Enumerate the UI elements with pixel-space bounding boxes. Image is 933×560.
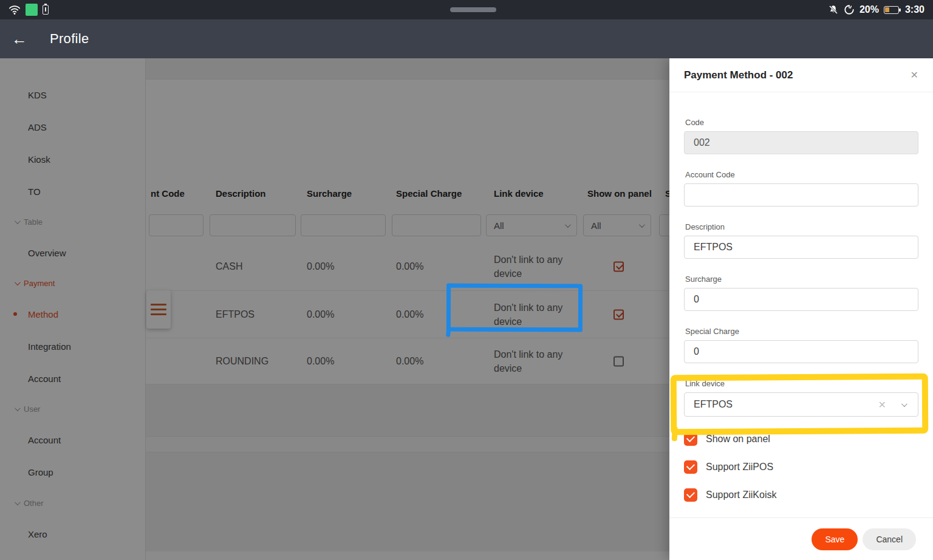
battery-icon bbox=[884, 6, 899, 14]
description-label: Description bbox=[685, 222, 918, 231]
support-ziipos-toggle[interactable]: Support ZiiPOS bbox=[684, 460, 918, 474]
notifications-off-icon bbox=[828, 4, 839, 15]
account-code-label: Account Code bbox=[685, 170, 918, 179]
wifi-icon bbox=[9, 4, 21, 15]
app-screen: 20% 3:30 ← Profile KDS ADS Kiosk TO Tabl… bbox=[0, 0, 933, 560]
description-field: Description bbox=[684, 222, 918, 259]
back-arrow-icon[interactable]: ← bbox=[0, 30, 39, 49]
account-code-input[interactable] bbox=[684, 183, 918, 207]
panel-footer: Save Cancel bbox=[669, 517, 933, 560]
battery-percent: 20% bbox=[860, 4, 879, 15]
app-bar: ← Profile bbox=[0, 19, 933, 58]
annotation-blue-box bbox=[446, 284, 583, 332]
surcharge-input[interactable] bbox=[684, 288, 918, 311]
code-field: Code bbox=[684, 118, 918, 154]
checkbox-label: Support ZiiPOS bbox=[706, 462, 773, 473]
close-icon[interactable]: ✕ bbox=[911, 69, 918, 81]
surcharge-field: Surcharge bbox=[684, 275, 918, 311]
mini-battery-icon bbox=[43, 5, 49, 15]
page-title: Profile bbox=[50, 31, 89, 47]
checkbox-label: Show on panel bbox=[706, 434, 770, 445]
panel-title: Payment Method - 002 bbox=[684, 69, 793, 81]
cancel-button[interactable]: Cancel bbox=[863, 528, 916, 550]
checked-checkbox-icon[interactable] bbox=[684, 460, 697, 474]
clock: 3:30 bbox=[905, 4, 924, 15]
checked-checkbox-icon[interactable] bbox=[684, 488, 697, 502]
special-charge-label: Special Charge bbox=[685, 327, 918, 336]
save-button[interactable]: Save bbox=[812, 528, 858, 550]
payment-method-panel: Payment Method - 002 ✕ Code Account Code… bbox=[669, 58, 933, 560]
surcharge-label: Surcharge bbox=[685, 275, 918, 284]
data-saver-icon bbox=[844, 4, 855, 15]
panel-header: Payment Method - 002 ✕ bbox=[669, 58, 933, 92]
special-charge-input[interactable] bbox=[684, 340, 918, 363]
green-app-chip-icon bbox=[26, 4, 38, 16]
code-input bbox=[684, 131, 918, 154]
checkbox-label: Support ZiiKoisk bbox=[706, 490, 777, 500]
panel-body: Code Account Code Description Surcharge … bbox=[669, 92, 933, 502]
gesture-handle[interactable] bbox=[450, 7, 496, 12]
account-code-field: Account Code bbox=[684, 170, 918, 207]
support-ziikoisk-toggle[interactable]: Support ZiiKoisk bbox=[684, 488, 918, 502]
annotation-yellow-highlight bbox=[671, 374, 929, 435]
description-input[interactable] bbox=[684, 236, 918, 259]
special-charge-field: Special Charge bbox=[684, 327, 918, 363]
code-label: Code bbox=[685, 118, 918, 127]
